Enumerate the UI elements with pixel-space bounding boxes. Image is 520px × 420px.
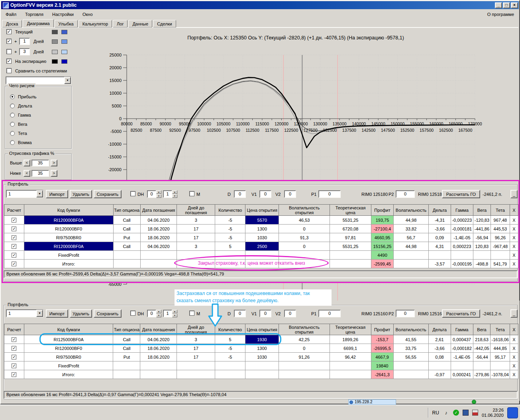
cell-date[interactable]: [140, 260, 177, 268]
row-delete-button[interactable]: X: [510, 260, 518, 268]
radio-Прибыль[interactable]: [10, 94, 15, 99]
cell-delta[interactable]: [429, 251, 451, 260]
menu-Окно[interactable]: Окно: [78, 11, 97, 18]
cell-profit[interactable]: -153,7: [371, 335, 393, 344]
cell-qty[interactable]: [215, 370, 245, 379]
cell-profit[interactable]: 193,75: [371, 216, 394, 225]
cell-profit[interactable]: 4667,9: [371, 353, 393, 361]
decrease-button[interactable]: <: [24, 170, 30, 177]
cell-vega[interactable]: -279,86: [473, 370, 491, 379]
cell-vol[interactable]: 44,98: [394, 216, 429, 225]
cell-price[interactable]: [245, 361, 279, 370]
v1-input[interactable]: 0: [259, 310, 271, 317]
cell-delta[interactable]: -4,31: [429, 216, 451, 225]
cell-vega[interactable]: -120,83: [473, 216, 491, 225]
cell-theo[interactable]: 6699,1: [330, 344, 371, 353]
tab-Калькулятор[interactable]: Калькулятор: [78, 20, 112, 27]
row-checkbox[interactable]: ✓: [12, 262, 16, 266]
cell-vol[interactable]: [394, 260, 429, 268]
cell-gamma[interactable]: -0,000223: [451, 216, 473, 225]
menu-Файл[interactable]: Файл: [1, 11, 21, 18]
cell-gamma[interactable]: -1,4E-05: [451, 233, 473, 242]
cell-vol[interactable]: [394, 251, 429, 260]
tray-app-icon-2[interactable]: [472, 410, 478, 416]
cell-gamma[interactable]: 0,000223: [451, 242, 473, 251]
cell-qty[interactable]: -5: [215, 225, 245, 233]
cell-price[interactable]: 1300: [245, 225, 279, 233]
d-input[interactable]: 0: [234, 190, 246, 198]
cell-date[interactable]: [140, 361, 177, 370]
cell-price[interactable]: [245, 370, 279, 379]
p2-input[interactable]: 0: [396, 310, 415, 317]
cell-theta[interactable]: 967,48: [491, 216, 510, 225]
import-button[interactable]: Импорт: [46, 309, 68, 318]
cell-theta[interactable]: -1078,04: [491, 370, 510, 379]
cell-vol[interactable]: 56,55: [393, 353, 428, 361]
cell-gamma[interactable]: [451, 251, 473, 260]
cell-days[interactable]: 17: [177, 225, 215, 233]
cell-theo[interactable]: [330, 361, 371, 370]
save-button[interactable]: Сохранить: [94, 309, 122, 318]
dh-spinner-1[interactable]: 0▲▼: [147, 190, 161, 198]
legend-checkbox-compare[interactable]: [6, 68, 12, 73]
tray-blue-icon[interactable]: [507, 407, 518, 418]
cell-gamma[interactable]: -0,000195: [451, 260, 473, 268]
row-delete-button[interactable]: X: [510, 353, 518, 361]
spin-up-icon[interactable]: ▲: [172, 310, 177, 313]
cell-date[interactable]: 18.06.2020: [140, 353, 177, 361]
row-delete-button[interactable]: X: [510, 370, 518, 379]
cell-delta[interactable]: -3,57: [429, 260, 451, 268]
cell-vol_open[interactable]: [279, 361, 330, 370]
radio-Вега[interactable]: [10, 122, 15, 127]
above-percent-field[interactable]: 35: [31, 160, 49, 166]
cell-theta[interactable]: -1618,06: [491, 335, 510, 344]
days-field[interactable]: 3: [19, 48, 30, 55]
cell-theo[interactable]: 5531,25: [330, 216, 371, 225]
row-delete-button[interactable]: X: [510, 233, 518, 242]
cell-profit[interactable]: 19840: [371, 361, 393, 370]
spin-up-icon[interactable]: ▲: [172, 190, 177, 194]
cell-date[interactable]: [140, 370, 177, 379]
cell-vol_open[interactable]: 0: [279, 344, 330, 353]
decrease-button[interactable]: <: [24, 160, 30, 166]
cell-days[interactable]: 3: [177, 242, 215, 251]
increase-button[interactable]: >: [51, 170, 57, 177]
dropdown-arrow-icon[interactable]: ▼: [36, 190, 43, 197]
cell-vol_open[interactable]: 0: [279, 225, 330, 233]
maximize-button[interactable]: □: [503, 2, 510, 8]
spin-up-icon[interactable]: ▲: [156, 190, 161, 194]
tab-Диаграмма[interactable]: Диаграмма: [23, 19, 53, 27]
cell-type[interactable]: [113, 260, 140, 268]
cell-type[interactable]: [113, 370, 140, 379]
cell-vol[interactable]: 41,55: [393, 335, 428, 344]
dh-spinner-2[interactable]: 1▲▼: [163, 310, 177, 317]
cell-theo[interactable]: 6720,08: [330, 225, 371, 233]
v2-input[interactable]: 0: [284, 190, 296, 198]
spin-down-icon[interactable]: ▼: [172, 194, 177, 198]
cell-price[interactable]: 1030: [245, 353, 279, 361]
calc-go-button[interactable]: Рассчитать ГО: [442, 190, 480, 198]
cell-vega[interactable]: -442,05: [473, 344, 491, 353]
cell-delta[interactable]: 2,61: [428, 335, 451, 344]
cell-profit[interactable]: -26995,5: [371, 344, 393, 353]
portfolio-selector[interactable]: 1▼: [6, 190, 43, 198]
cell-theo[interactable]: 97,81: [330, 233, 371, 242]
cell-vega[interactable]: [473, 251, 491, 260]
cell-vol[interactable]: [393, 361, 428, 370]
cell-type[interactable]: Call: [113, 216, 140, 225]
v2-input[interactable]: 0: [284, 310, 296, 317]
dropdown-arrow-icon[interactable]: ▼: [64, 77, 71, 84]
cell-date[interactable]: 04.06.2020: [140, 216, 177, 225]
dh-spinner-1[interactable]: 0▲▼: [147, 310, 161, 317]
cell-theo[interactable]: [330, 251, 371, 260]
cell-vol_open[interactable]: 91,26: [279, 353, 330, 361]
legend-checkbox-current[interactable]: ✓: [6, 29, 12, 34]
cell-code[interactable]: RI97500BR0: [24, 233, 113, 242]
cell-vol[interactable]: [393, 370, 428, 379]
cell-vol_open[interactable]: 42,25: [279, 335, 330, 344]
cell-vega[interactable]: 218,63: [473, 335, 491, 344]
menu-about[interactable]: О программе: [487, 12, 514, 17]
cell-date[interactable]: [140, 251, 177, 260]
cell-vol_open[interactable]: 91,3: [279, 233, 330, 242]
radio-Вомма[interactable]: [10, 140, 15, 145]
